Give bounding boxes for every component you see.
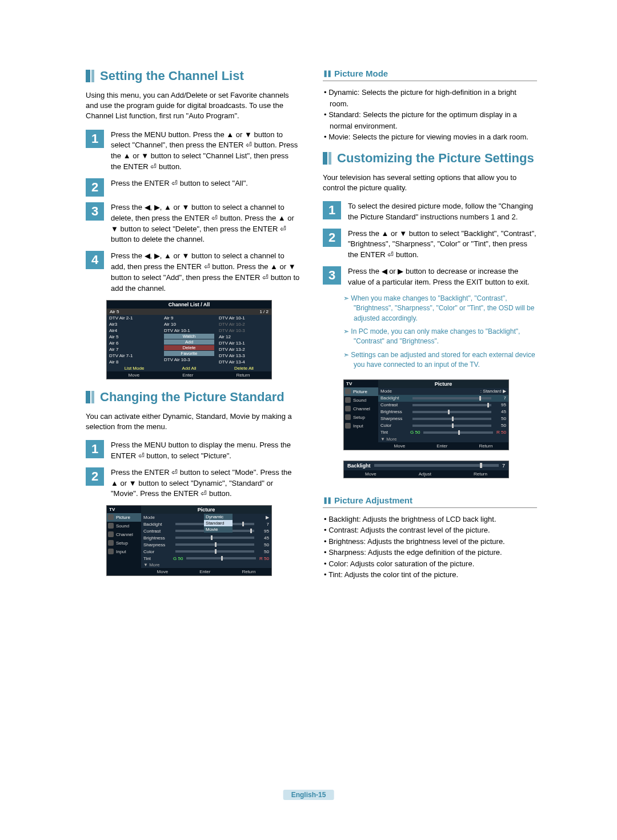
adjustment-list: Backlight: Adjusts the brightness of LCD… [323,514,537,581]
heading-picture-adjustment: Picture Adjustment [323,495,537,508]
step-body: Press the MENU button. Press the ▲ or ▼ … [111,130,300,173]
step-body: Press the ◀, ▶, ▲ or ▼ button to select … [111,251,300,294]
step-num-4: 4 [86,251,104,269]
step-num-3: 3 [86,202,104,221]
picture-mode-list: Dynamic: Selects the picture for high-de… [323,87,537,143]
notes-list: When you make changes to "Backlight", "C… [343,294,537,370]
intro-setting-channel: Using this menu, you can Add/Delete or s… [86,90,300,122]
osd-backlight-bar: Backlight7 MoveAdjustReturn [343,461,509,478]
heading-picture-mode: Picture Mode [323,69,537,81]
step-body: Press the ◀, ▶, ▲ or ▼ button to select … [111,202,300,245]
step-num-2: 2 [86,178,104,197]
heading-customizing: Customizing the Picture Settings [323,151,537,166]
intro-changing-picture: You can activate either Dynamic, Standar… [86,411,300,432]
step-body: Press the ENTER ⏎ button to select "All"… [111,178,300,197]
osd-picture-menu-1: TV Picture Sound Channel Setup Input Pic… [106,505,272,576]
step-num-1: 1 [86,130,104,148]
osd-picture-menu-2: TV Picture Sound Channel Setup Input Pic… [343,379,509,450]
intro-customizing: Your television has several setting opti… [323,173,537,193]
osd-channel-list: Channel List / All Air 51 / 2 DTV Air 2-… [106,300,272,379]
page-number: English-15 [283,790,334,800]
heading-setting-channel: Setting the Channel List [86,69,300,83]
heading-changing-picture: Changing the Picture Standard [86,390,300,405]
